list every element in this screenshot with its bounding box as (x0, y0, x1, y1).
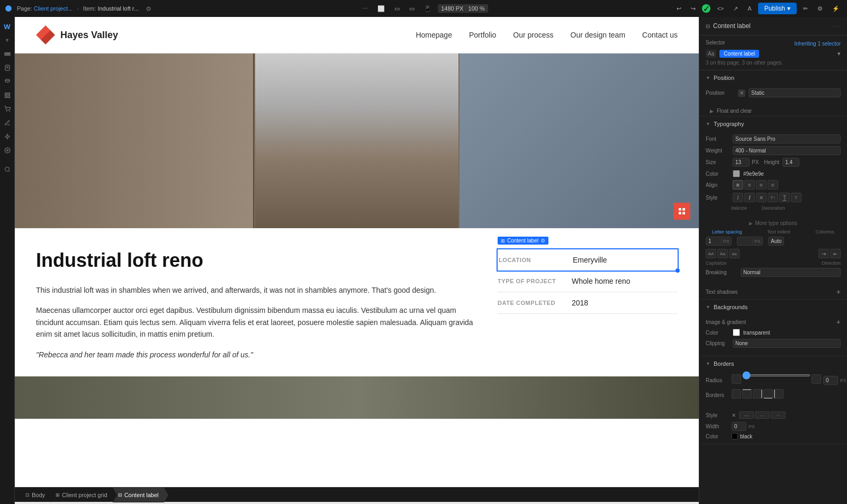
clipping-select[interactable]: None Text (733, 339, 841, 348)
image-gradient-add-btn[interactable]: + (836, 318, 841, 326)
tablet-mode-btn[interactable]: ▭ (391, 3, 403, 14)
columns-input[interactable] (769, 237, 783, 245)
bold-italic-btn[interactable]: I (744, 193, 755, 202)
sidebar-icon-interactions[interactable] (1, 130, 14, 143)
align-left-btn[interactable]: ≡ (733, 180, 743, 190)
nav-contact[interactable]: Contact us (642, 31, 678, 39)
strikethrough-btn[interactable]: ✕ (756, 193, 767, 202)
desktop-mode-btn[interactable]: ⬜ (374, 3, 388, 14)
text-indent-input[interactable] (737, 237, 752, 245)
more-type-options[interactable]: ▶ More type options (699, 218, 847, 228)
height-input[interactable]: 1.4 (782, 158, 799, 167)
caps-lower-btn[interactable]: aa (729, 249, 740, 258)
backgrounds-section-header[interactable]: ▼ Backgrounds (699, 300, 847, 314)
bg-color-swatch[interactable] (733, 329, 740, 336)
sidebar-icon-layers[interactable] (1, 48, 14, 60)
undo-btn[interactable]: ↩ (673, 3, 684, 14)
webflow-badge[interactable] (673, 203, 690, 220)
italic-btn[interactable]: I (733, 193, 743, 202)
border-dotted-opt[interactable]: ··· (771, 411, 786, 419)
border-style-clear[interactable]: ✕ (732, 412, 736, 418)
subscript-btn[interactable]: T (791, 193, 801, 202)
redo-btn[interactable]: ↪ (688, 3, 699, 14)
sidebar-icon-w[interactable]: W (1, 20, 14, 33)
sidebar-icon-pages[interactable] (1, 61, 14, 74)
radius-input[interactable] (823, 376, 838, 385)
nav-our-process[interactable]: Our process (513, 31, 553, 39)
align-justify-btn[interactable]: ≡ (768, 180, 778, 190)
sidebar-icon-forms[interactable] (1, 116, 14, 129)
share-btn[interactable]: ↗ (730, 3, 741, 14)
border-all-btn[interactable] (732, 389, 741, 399)
size-input[interactable]: 13 (733, 158, 750, 167)
border-width-input[interactable] (732, 422, 746, 431)
sidebar-icon-add[interactable]: + (1, 34, 14, 47)
text-shadows-add-btn[interactable]: + (836, 287, 841, 296)
sidebar-icon-cms[interactable] (1, 75, 14, 88)
page-name[interactable]: Client project... (34, 5, 73, 12)
lightning-btn[interactable]: ⚡ (829, 3, 843, 14)
breadcrumb-client-project[interactable]: ⊞ Client project grid (50, 488, 113, 502)
breaking-select[interactable]: Normal Break-all (741, 268, 841, 277)
weight-select[interactable]: 400 - Normal (733, 146, 841, 155)
border-bottom-btn[interactable] (763, 389, 773, 399)
borders-section-header[interactable]: ▼ Borders (699, 356, 847, 371)
content-label-tag[interactable]: ⊞ Content label ⚙ (498, 237, 548, 245)
content-area: Industrial loft reno This industrial lof… (15, 228, 699, 376)
border-corner-br[interactable] (812, 374, 821, 384)
tablet-land-btn[interactable]: ▭ (406, 3, 418, 14)
border-color-value: black (740, 434, 752, 439)
more-type-arrow-icon: ▶ (749, 221, 753, 226)
font-select[interactable]: Source Sans Pro (733, 134, 841, 143)
more-options-btn[interactable]: ⋯ (359, 3, 371, 14)
typography-section-header[interactable]: ▼ Typography (699, 116, 847, 131)
position-select[interactable]: Static Relative Absolute Fixed (749, 88, 841, 97)
breadcrumb-body[interactable]: ⊡ Body (20, 488, 50, 502)
nav-portfolio[interactable]: Portfolio (469, 31, 496, 39)
location-detail-row[interactable]: LOCATION Emeryville (497, 248, 679, 272)
border-corner-tl[interactable] (732, 374, 741, 384)
border-top-btn[interactable] (742, 389, 752, 399)
sidebar-icon-settings[interactable] (1, 144, 14, 157)
border-left-btn[interactable] (774, 389, 783, 399)
history-btn[interactable]: ⊙ (143, 3, 154, 14)
sidebar-icon-ecomm[interactable] (1, 103, 14, 115)
publish-button[interactable]: Publish ▾ (758, 3, 797, 14)
indent-btn[interactable]: ⇥ (818, 249, 829, 258)
superscript-btn[interactable]: T↑ (768, 193, 778, 202)
align-right-btn[interactable]: ≡ (756, 180, 767, 190)
resize-handle[interactable] (675, 268, 680, 273)
panel-more-btn[interactable]: ··· (833, 23, 841, 29)
nav-homepage[interactable]: Homepage (416, 31, 452, 39)
caps-all-btn[interactable]: AA (706, 249, 716, 258)
underline-btn[interactable]: T (779, 193, 790, 202)
breadcrumb-content-label[interactable]: ⊟ Content label (113, 488, 164, 502)
border-color-swatch[interactable] (732, 433, 738, 439)
border-dashed-opt[interactable]: - - (755, 411, 770, 419)
item-name[interactable]: Industrial loft r... (97, 5, 139, 12)
content-label-gear[interactable]: ⚙ (540, 238, 545, 244)
float-clear-row[interactable]: ▶ Float and clear (699, 106, 847, 116)
canvas-area[interactable]: Hayes Valley Homepage Portfolio Our proc… (15, 17, 699, 504)
mobile-mode-btn[interactable]: 📱 (421, 3, 435, 14)
caps-first-btn[interactable]: Aa (717, 249, 728, 258)
letter-spacing-input[interactable] (706, 237, 721, 245)
border-solid-opt[interactable]: — (739, 411, 754, 419)
editor-btn[interactable]: A (744, 3, 754, 14)
selector-dropdown[interactable]: ▾ (837, 50, 841, 57)
sidebar-icon-search[interactable] (1, 163, 14, 176)
radius-slider[interactable] (742, 374, 810, 376)
selector-badge[interactable]: Content label (719, 50, 759, 58)
nav-design-team[interactable]: Our design team (571, 31, 626, 39)
align-center-btn[interactable]: ≡ (744, 180, 755, 190)
border-right-btn[interactable] (753, 389, 762, 399)
position-section-header[interactable]: ▼ Position (699, 70, 847, 85)
settings-btn[interactable]: ⚙ (814, 3, 826, 14)
site-nav: Hayes Valley Homepage Portfolio Our proc… (15, 17, 699, 53)
code-btn[interactable]: <> (714, 3, 727, 14)
position-clear-btn[interactable]: ✕ (738, 89, 745, 97)
dedent-btn[interactable]: ⇤ (830, 249, 841, 258)
color-swatch[interactable] (733, 170, 740, 177)
sidebar-icon-assets[interactable] (1, 89, 14, 102)
pencil-btn[interactable]: ✏ (800, 3, 811, 14)
